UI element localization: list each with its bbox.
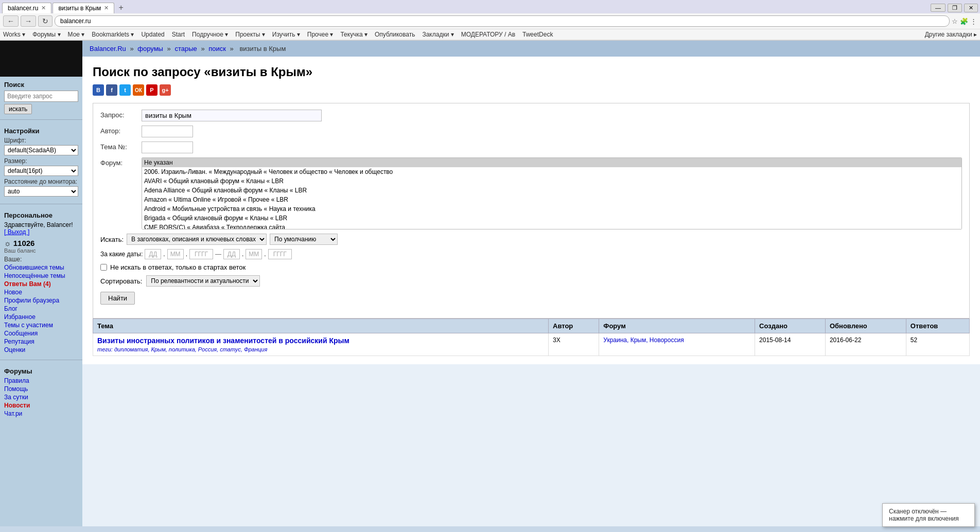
date-from-mm[interactable] <box>167 249 184 259</box>
bm-moderator[interactable]: МОДЕРАТОРУ / Ав <box>461 31 515 38</box>
topic-field <box>142 141 962 153</box>
rules-link[interactable]: Правила <box>4 377 29 384</box>
author-input[interactable] <box>142 126 193 137</box>
date-from-yyyy[interactable] <box>189 249 213 259</box>
bm-works[interactable]: Works ▾ <box>3 31 25 38</box>
bm-other[interactable]: Другие закладки ▸ <box>925 31 977 38</box>
bm-forums[interactable]: Форумы ▾ <box>32 31 60 38</box>
pinterest-icon[interactable]: P <box>146 84 157 96</box>
search-in-select[interactable]: В заголовках, описания и ключевых словах… <box>127 234 267 245</box>
result-forum-link[interactable]: Украина, Крым, Новороссия <box>603 336 684 344</box>
bm-moe[interactable]: Мое ▾ <box>68 31 85 38</box>
unvisited-topics-link[interactable]: Непосещённые темы <box>4 272 65 279</box>
extensions-icon[interactable]: 🧩 <box>960 17 968 25</box>
distance-select[interactable]: auto <box>4 186 78 197</box>
font-label: Шрифт: <box>4 137 78 144</box>
new-link[interactable]: Новое <box>4 289 22 296</box>
menu-icon[interactable]: ⋮ <box>970 17 977 25</box>
bm-prochee[interactable]: Прочее ▾ <box>307 31 334 38</box>
settings-section-title: Настройки <box>4 127 78 135</box>
tab-close-icon[interactable]: ✕ <box>41 5 46 11</box>
query-input[interactable] <box>142 110 322 121</box>
blog-link[interactable]: Блог <box>4 305 18 312</box>
close-button[interactable]: ✕ <box>964 4 978 12</box>
bm-updated[interactable]: Updated <box>141 31 164 38</box>
minimize-button[interactable]: — <box>931 4 946 12</box>
replies-link[interactable]: Ответы Вам (4) <box>4 280 51 288</box>
date-to-dd[interactable] <box>223 249 240 259</box>
updated-topics-link[interactable]: Обновившиеся темы <box>4 264 64 271</box>
page-main: Поиск по запросу «визиты в Крым» В f t О… <box>82 57 980 364</box>
bm-opublikovat[interactable]: Опубликовать <box>375 31 415 38</box>
bookmark-star-icon[interactable]: ☆ <box>952 17 958 25</box>
favorites-link[interactable]: Избранное <box>4 313 36 321</box>
date-from-dd[interactable] <box>145 249 161 259</box>
ok-icon[interactable]: ОК <box>133 84 144 96</box>
col-author: Автор <box>549 319 599 333</box>
search-form: Запрос: Автор: Тема №: <box>93 103 970 318</box>
sort-by-select[interactable]: По релевантности и актуальности По дате … <box>146 275 260 287</box>
search-in-label: Искать: <box>100 236 124 243</box>
greeting: Здравствуйте, Balancer! [ Выход ] <box>4 221 78 236</box>
url-input[interactable] <box>55 15 950 27</box>
list-item: Оценки <box>4 346 78 353</box>
reputation-link[interactable]: Репутация <box>4 338 34 345</box>
col-updated: Обновлено <box>825 319 906 333</box>
size-select[interactable]: default(16pt) <box>4 166 78 176</box>
tab-search[interactable]: визиты в Крым ✕ <box>52 3 114 13</box>
profiles-link[interactable]: Профили браузера <box>4 297 59 304</box>
logout-link[interactable]: [ Выход ] <box>4 228 29 236</box>
main-content: Balancer.Ru » форумы » старые » поиск » … <box>82 41 980 526</box>
bm-izuchit[interactable]: Изучить ▾ <box>272 31 300 38</box>
reload-button[interactable]: ↻ <box>38 15 52 27</box>
news-link[interactable]: Новости <box>4 402 30 409</box>
new-tab-button[interactable]: + <box>115 2 126 13</box>
bm-podruchnoe[interactable]: Подручное ▾ <box>192 31 228 38</box>
date-to-yyyy[interactable] <box>268 249 292 259</box>
messages-link[interactable]: Сообщения <box>4 330 38 337</box>
bm-tweetdeck[interactable]: TweetDeck <box>522 31 553 38</box>
ratings-link[interactable]: Оценки <box>4 346 25 353</box>
browser-chrome: balancer.ru ✕ визиты в Крым ✕ + — ❐ ✕ ← … <box>0 0 980 41</box>
forward-button[interactable]: → <box>21 15 36 27</box>
sort-order-select[interactable]: По умолчанию По дате По релевантности <box>270 234 338 245</box>
breadcrumb-sep: » <box>201 45 206 52</box>
bm-zakladki[interactable]: Закладки ▾ <box>422 31 453 38</box>
breadcrumb-forums[interactable]: форумы <box>137 45 163 52</box>
yours-label: Ваше: <box>4 256 78 263</box>
gplus-icon[interactable]: g+ <box>160 84 171 96</box>
chat-link[interactable]: Чат.ри <box>4 410 22 417</box>
find-button[interactable]: Найти <box>100 292 135 305</box>
breadcrumb-search[interactable]: поиск <box>208 45 226 52</box>
page-body: Поиск искать Настройки Шрифт: default(Sc… <box>0 41 980 526</box>
tab-close-icon[interactable]: ✕ <box>104 5 109 11</box>
sidebar-search-input[interactable] <box>4 91 78 102</box>
bm-bookmarklets[interactable]: Bookmarklets ▾ <box>92 31 134 38</box>
topics-with-participation-link[interactable]: Темы с участием <box>4 322 53 329</box>
daily-link[interactable]: За сутки <box>4 394 28 401</box>
restore-button[interactable]: ❐ <box>948 4 962 12</box>
page-title: Поиск по запросу «визиты в Крым» <box>93 65 970 79</box>
twitter-icon[interactable]: t <box>119 84 131 96</box>
forum-select[interactable]: Не указан2006. Израиль-Ливан. « Междунар… <box>142 157 962 229</box>
tab-balancer[interactable]: balancer.ru ✕ <box>2 3 51 13</box>
bm-start[interactable]: Start <box>172 31 185 38</box>
back-button[interactable]: ← <box>3 15 19 27</box>
facebook-icon[interactable]: f <box>106 84 117 96</box>
search-in-row: Искать: В заголовках, описания и ключевы… <box>100 234 962 245</box>
font-select[interactable]: default(ScadaAB) <box>4 145 78 155</box>
bm-tekuchka[interactable]: Текучка ▾ <box>340 31 367 38</box>
breadcrumb-home[interactable]: Balancer.Ru <box>90 45 126 52</box>
result-topic-link[interactable]: Визиты иностранных политиков и знаменито… <box>97 336 349 345</box>
bm-proekty[interactable]: Проекты ▾ <box>235 31 265 38</box>
help-link[interactable]: Помощь <box>4 385 28 393</box>
kaspersky-popup[interactable]: Сканер отключён — нажмите для включения <box>882 503 975 526</box>
vk-icon[interactable]: В <box>93 84 104 96</box>
breadcrumb-old[interactable]: старые <box>174 45 197 52</box>
no-replies-checkbox[interactable] <box>100 264 107 271</box>
sidebar-search-button[interactable]: искать <box>4 104 32 114</box>
topic-input[interactable] <box>142 141 193 153</box>
breadcrumb-sep: » <box>167 45 173 52</box>
list-item: Сообщения <box>4 330 78 337</box>
date-to-mm[interactable] <box>246 249 262 259</box>
